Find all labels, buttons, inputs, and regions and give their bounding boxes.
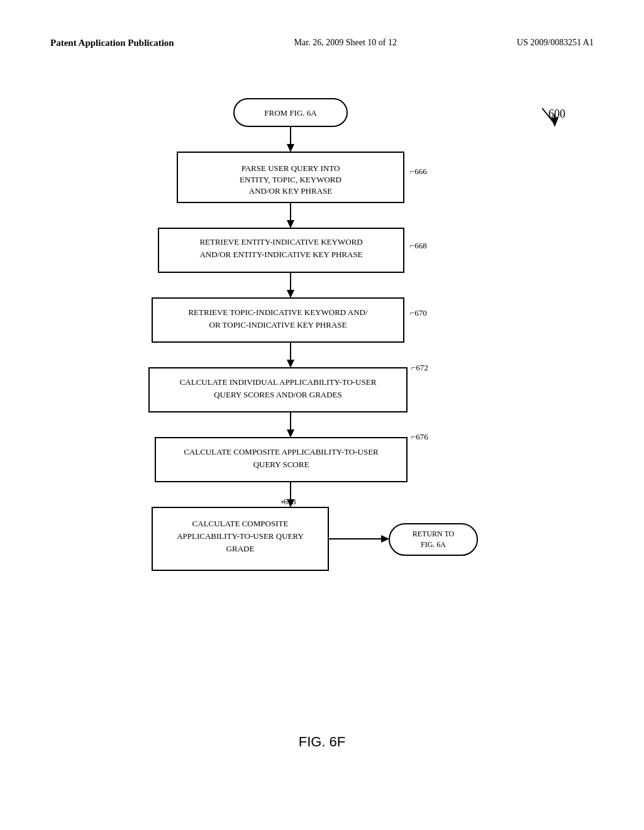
box-670-text-2: OR TOPIC-INDICATIVE KEY PHRASE [209,320,347,329]
diagram-area: 600 FROM FIG. 6A PARSE USER QUERY INTO E… [50,80,594,750]
box-668-text-2: AND/OR ENTITY-INDICATIVE KEY PHRASE [199,250,362,259]
flowchart-svg: 600 FROM FIG. 6A PARSE USER QUERY INTO E… [52,80,592,696]
label-670: ⌐670 [410,308,427,318]
arrowhead-7 [381,535,389,543]
box-666-text-2: ENTITY, TOPIC, KEYWORD [240,175,341,184]
return-label-1: RETURN TO [413,529,455,538]
arrowhead-3 [287,290,294,298]
box-666-text-1: PARSE USER QUERY INTO [242,163,340,173]
return-label-2: FIG. 6A [421,540,446,549]
header-patent-number: US 2009/0083251 A1 [517,38,594,48]
header-date-sheet: Mar. 26, 2009 Sheet 10 of 12 [294,38,397,48]
page-header: Patent Application Publication Mar. 26, … [50,38,594,48]
box-678-text-3: GRADE [226,544,255,553]
box-668-text-1: RETRIEVE ENTITY-INDICATIVE KEYWORD [199,237,362,246]
box-666-text-3: AND/OR KEY PHRASE [249,186,332,196]
label-678: ⸗678 [281,497,296,506]
arrowhead-4 [287,360,294,368]
svg-marker-1 [551,118,558,127]
arrowhead-5 [287,429,294,438]
arrowhead-1 [287,144,294,152]
label-672: ⌐672 [411,363,428,372]
label-668: ⌐668 [410,241,427,250]
header-publication-label: Patent Application Publication [50,38,174,48]
box-678-text-1: CALCULATE COMPOSITE [192,519,289,528]
arrowhead-2 [287,220,294,228]
box-678-text-2: APPLICABILITY-TO-USER QUERY [177,531,304,541]
box-672-text-1: CALCULATE INDIVIDUAL APPLICABILITY-TO-US… [180,377,377,387]
figure-caption: FIG. 6F [299,734,346,750]
label-676: ⌐676 [411,432,428,441]
page: Patent Application Publication Mar. 26, … [0,0,644,830]
start-label: FROM FIG. 6A [264,108,317,118]
label-666: ⌐666 [410,167,427,176]
return-oval [389,524,477,555]
box-676-text-1: CALCULATE COMPOSITE APPLICABILITY-TO-USE… [184,447,379,456]
box-670-text-1: RETRIEVE TOPIC-INDICATIVE KEYWORD AND/ [188,307,368,317]
box-672-text-2: QUERY SCORES AND/OR GRADES [214,390,342,399]
box-676-text-2: QUERY SCORE [253,460,309,469]
